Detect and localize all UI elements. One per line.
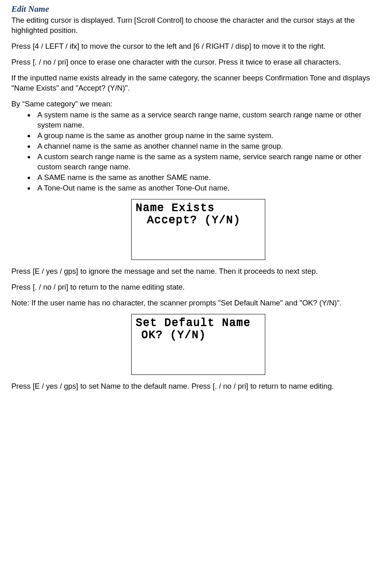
paragraph-exists: If the inputted name exists already in t… xyxy=(11,73,385,93)
paragraph-intro: The editing cursor is displayed. Turn [S… xyxy=(11,15,385,36)
list-item: A SAME name is the same as another SAME … xyxy=(35,173,385,183)
list-item: A system name is the same as a service s… xyxy=(35,110,385,130)
lcd-line-1: Name Exists xyxy=(136,202,261,214)
lcd-line-2: OK? (Y/N) xyxy=(136,329,261,341)
paragraph-note: Note: If the user name has no character,… xyxy=(11,298,385,308)
paragraph-same-category: By “Same category” we mean: xyxy=(11,99,385,109)
paragraph-erase: Press [. / no / pri] once to erase one c… xyxy=(11,57,385,67)
list-item: A custom search range name is the same a… xyxy=(35,152,385,172)
paragraph-cursor-move: Press [4 / LEFT / ifx] to move the curso… xyxy=(11,41,385,52)
lcd-display-name-exists: Name Exists Accept? (Y/N) xyxy=(131,199,265,260)
list-item: A channel name is the same as another ch… xyxy=(35,141,385,151)
paragraph-set-default: Press [E / yes / gps] to set Name to the… xyxy=(11,381,385,392)
lcd-line-2: Accept? (Y/N) xyxy=(136,214,261,226)
lcd-display-default-name: Set Default Name OK? (Y/N) xyxy=(131,314,265,375)
list-item: A group name is the same as another grou… xyxy=(35,131,385,141)
paragraph-yes-ignore: Press [E / yes / gps] to ignore the mess… xyxy=(11,266,385,277)
paragraph-no-return: Press [. / no / pri] to return to the na… xyxy=(11,282,385,292)
list-item: A Tone-Out name is the same as another T… xyxy=(35,183,385,193)
section-title: Edit Name xyxy=(11,3,385,15)
lcd-line-1: Set Default Name xyxy=(136,317,261,329)
category-list: A system name is the same as a service s… xyxy=(11,110,385,193)
